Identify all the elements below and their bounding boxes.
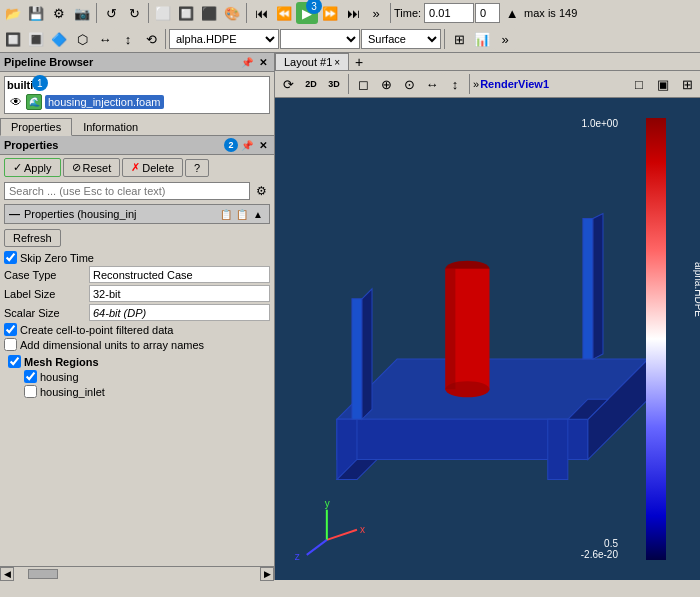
render-view[interactable]: x y z 1.0e+00 0.5 -2.6e-20 alpha.HDPE [275, 98, 700, 580]
rt-btn1[interactable]: ⟳ [277, 73, 299, 95]
housing-checkbox[interactable] [24, 370, 37, 383]
save-button[interactable]: 💾 [25, 2, 47, 24]
pin-icon[interactable]: 📌 [240, 55, 254, 69]
toolbar-row-1: 📂 💾 ⚙ 📷 ↺ ↻ ⬜ 🔲 ⬛ 🎨 ⏮ ⏪ ▶ 3 ⏩ ⏭ » Time: … [0, 0, 700, 26]
add-layout-icon[interactable]: + [351, 54, 367, 70]
color-bar-labels: 1.0e+00 0.5 -2.6e-20 [581, 118, 618, 560]
sep2 [148, 3, 149, 23]
reset-button[interactable]: ⊘ Reset [63, 158, 121, 177]
layout-btns: □ ▣ ⊞ [628, 73, 698, 95]
tb2-btn3[interactable]: 🔷 [48, 28, 70, 50]
redo-button[interactable]: ↻ [123, 2, 145, 24]
housing-label: housing [40, 371, 79, 383]
svg-line-15 [327, 530, 357, 540]
rt-btn7[interactable]: ↔ [421, 73, 443, 95]
first-frame-button[interactable]: ⏮ [250, 2, 272, 24]
scalar-size-label: Scalar Size [4, 307, 89, 319]
layout-single-icon[interactable]: □ [628, 73, 650, 95]
reset-icon: ⊘ [72, 161, 81, 174]
svg-text:z: z [295, 551, 300, 562]
time-step-input[interactable] [475, 3, 500, 23]
close-panel-icon[interactable]: ✕ [256, 55, 270, 69]
tb2-btn4[interactable]: ⬡ [71, 28, 93, 50]
properties-title: Properties [4, 139, 58, 151]
tb2-btn1[interactable]: 🔲 [2, 28, 24, 50]
next-frame-button[interactable]: ⏩ [319, 2, 341, 24]
create-cell-checkbox[interactable] [4, 323, 17, 336]
rt-btn8[interactable]: ↕ [444, 73, 466, 95]
copy2-icon[interactable]: 📋 [235, 207, 249, 221]
cube-button[interactable]: ⬜ [152, 2, 174, 24]
apply-button[interactable]: ✓ Apply [4, 158, 61, 177]
props-pin-icon[interactable]: 📌 [240, 138, 254, 152]
layout-quad-icon[interactable]: ⊞ [676, 73, 698, 95]
tb2-btn7[interactable]: ⟲ [140, 28, 162, 50]
housing-inlet-checkbox[interactable] [24, 385, 37, 398]
representation-select[interactable]: Surface [361, 29, 441, 49]
mesh-regions-checkbox[interactable] [8, 355, 21, 368]
create-cell-label: Create cell-to-point filtered data [20, 324, 173, 336]
search-input[interactable] [4, 182, 250, 200]
props-close-icon[interactable]: ✕ [256, 138, 270, 152]
rt-sep2 [469, 74, 470, 94]
add-dim-checkbox[interactable] [4, 338, 17, 351]
cylinder-button[interactable]: ⬛ [198, 2, 220, 24]
last-frame-button[interactable]: ⏭ [342, 2, 364, 24]
sphere-button[interactable]: 🔲 [175, 2, 197, 24]
source-icon: 🌊 [26, 94, 42, 110]
settings-button[interactable]: ⚙ [48, 2, 70, 24]
scroll-up-section-icon[interactable]: ▲ [251, 207, 265, 221]
toolbar-row-2: 🔲 🔳 🔷 ⬡ ↔ ↕ ⟲ alpha.HDPE Surface ⊞ 📊 » [0, 26, 700, 52]
tb2-more[interactable]: » [494, 28, 516, 50]
props-badge: 2 [224, 138, 238, 152]
delete-button[interactable]: ✗ Delete [122, 158, 183, 177]
h-scroll-thumb[interactable] [28, 569, 58, 579]
svg-text:x: x [360, 524, 365, 535]
label-size-value[interactable]: 32-bit [89, 285, 270, 302]
help-button[interactable]: ? [185, 159, 209, 177]
tb2-btn5[interactable]: ↔ [94, 28, 116, 50]
variable-select[interactable]: alpha.HDPE [169, 29, 279, 49]
h-scroll-left-icon[interactable]: ◀ [0, 567, 14, 581]
rt-3d-button[interactable]: 3D [323, 73, 345, 95]
render-view-label[interactable]: RenderView1 [480, 78, 549, 90]
component-select[interactable] [280, 29, 360, 49]
tab-properties[interactable]: Properties [0, 118, 72, 136]
h-scroll-right-icon[interactable]: ▶ [260, 567, 274, 581]
colorbar-button[interactable]: 📊 [471, 28, 493, 50]
time-input[interactable] [424, 3, 474, 23]
time-up-button[interactable]: ▲ [501, 2, 523, 24]
color-button[interactable]: 🎨 [221, 2, 243, 24]
tb2-btn6[interactable]: ↕ [117, 28, 139, 50]
svg-rect-14 [445, 269, 455, 390]
panel-header-icons: 📌 ✕ [240, 55, 270, 69]
sep3 [246, 3, 247, 23]
layout-split-icon[interactable]: ▣ [652, 73, 674, 95]
props-section-inner: — Properties (housing_inj [9, 208, 137, 220]
housing-inlet-row: housing_inlet [4, 384, 270, 399]
skip-zero-time-checkbox[interactable] [4, 251, 17, 264]
case-type-value[interactable]: Reconstructed Case [89, 266, 270, 283]
camera-button[interactable]: 📷 [71, 2, 93, 24]
rt-btn5[interactable]: ⊕ [375, 73, 397, 95]
rescale-button[interactable]: ⊞ [448, 28, 470, 50]
scalar-size-value[interactable]: 64-bit (DP) [89, 304, 270, 321]
layout-tab[interactable]: Layout #1 × [275, 53, 349, 70]
tb2-btn2[interactable]: 🔳 [25, 28, 47, 50]
more-button[interactable]: » [365, 2, 387, 24]
search-gear-icon[interactable]: ⚙ [252, 182, 270, 200]
rt-2d-button[interactable]: 2D [300, 73, 322, 95]
undo-button[interactable]: ↺ [100, 2, 122, 24]
create-cell-row: Create cell-to-point filtered data [0, 322, 274, 337]
tab-information[interactable]: Information [72, 118, 149, 135]
layout-tab-close-icon[interactable]: × [334, 57, 340, 68]
refresh-button[interactable]: Refresh [4, 229, 61, 247]
rt-btn6[interactable]: ⊙ [398, 73, 420, 95]
rt-btn4[interactable]: ◻ [352, 73, 374, 95]
add-dim-label: Add dimensional units to array names [20, 339, 204, 351]
prev-frame-button[interactable]: ⏪ [273, 2, 295, 24]
open-button[interactable]: 📂 [2, 2, 24, 24]
copy1-icon[interactable]: 📋 [219, 207, 233, 221]
tree-item-main[interactable]: 👁 🌊 housing_injection.foam [7, 93, 267, 111]
visibility-icon[interactable]: 👁 [9, 95, 23, 109]
